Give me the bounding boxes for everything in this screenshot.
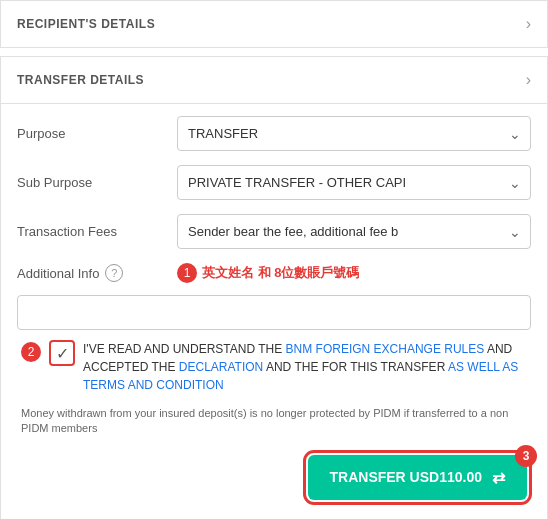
check-icon: ✓: [56, 344, 69, 363]
checkbox-text: I'VE READ AND UNDERSTAND THE BNM FOREIGN…: [83, 340, 527, 394]
pidm-notice: Money withdrawn from your insured deposi…: [17, 406, 531, 437]
bnm-link[interactable]: BNM FOREIGN EXCHANGE RULES: [286, 342, 485, 356]
additional-info-row: Additional Info ? 1 英文姓名 和 8位數賬戶號碼: [17, 263, 531, 330]
additional-info-help-icon[interactable]: ?: [105, 264, 123, 282]
checkbox-row: 2 ✓ I'VE READ AND UNDERSTAND THE BNM FOR…: [17, 340, 531, 394]
recipient-details-section: RECIPIENT'S DETAILS ›: [0, 0, 548, 48]
transaction-fees-control: Sender bear the fee, additional fee b ⌄: [177, 214, 531, 249]
transfer-details-title: TRANSFER DETAILS: [17, 73, 144, 87]
purpose-select[interactable]: TRANSFER: [177, 116, 531, 151]
sub-purpose-select[interactable]: PRIVATE TRANSFER - OTHER CAPI: [177, 165, 531, 200]
transaction-fees-select[interactable]: Sender bear the fee, additional fee b: [177, 214, 531, 249]
purpose-control: TRANSFER ⌄: [177, 116, 531, 151]
transfer-button[interactable]: TRANSFER USD110.00 ⇄: [308, 455, 528, 500]
recipient-details-title: RECIPIENT'S DETAILS: [17, 17, 155, 31]
transfer-icon: ⇄: [492, 468, 505, 487]
additional-info-hint: 1 英文姓名 和 8位數賬戶號碼: [177, 263, 531, 283]
sub-purpose-row: Sub Purpose PRIVATE TRANSFER - OTHER CAP…: [17, 165, 531, 200]
transfer-button-row: TRANSFER USD110.00 ⇄ 3: [17, 451, 531, 508]
transaction-fees-row: Transaction Fees Sender bear the fee, ad…: [17, 214, 531, 249]
hint-number-badge: 1: [177, 263, 197, 283]
transaction-fees-label: Transaction Fees: [17, 224, 177, 239]
additional-info-label: Additional Info ?: [17, 264, 177, 282]
transfer-button-label: TRANSFER USD110.00: [330, 469, 483, 485]
transfer-details-header[interactable]: TRANSFER DETAILS ›: [1, 57, 547, 103]
declaration-link[interactable]: DECLARATION: [179, 360, 263, 374]
additional-info-input[interactable]: [17, 295, 531, 330]
recipient-details-header[interactable]: RECIPIENT'S DETAILS ›: [1, 1, 547, 47]
checkbox-number-badge: 2: [21, 342, 41, 362]
additional-info-label-row: Additional Info ? 1 英文姓名 和 8位數賬戶號碼: [17, 263, 531, 283]
transfer-button-number-badge: 3: [515, 445, 537, 467]
purpose-label: Purpose: [17, 126, 177, 141]
sub-purpose-label: Sub Purpose: [17, 175, 177, 190]
hint-text: 英文姓名 和 8位數賬戶號碼: [202, 264, 359, 282]
transfer-details-section: TRANSFER DETAILS › Purpose TRANSFER ⌄ Su…: [0, 56, 548, 519]
purpose-row: Purpose TRANSFER ⌄: [17, 116, 531, 151]
transfer-button-wrapper: TRANSFER USD110.00 ⇄ 3: [308, 455, 528, 500]
recipient-details-chevron: ›: [526, 15, 531, 33]
transfer-details-chevron: ›: [526, 71, 531, 89]
sub-purpose-control: PRIVATE TRANSFER - OTHER CAPI ⌄: [177, 165, 531, 200]
transfer-details-body: Purpose TRANSFER ⌄ Sub Purpose PRIVATE T…: [1, 103, 547, 519]
terms-checkbox[interactable]: ✓: [49, 340, 75, 366]
